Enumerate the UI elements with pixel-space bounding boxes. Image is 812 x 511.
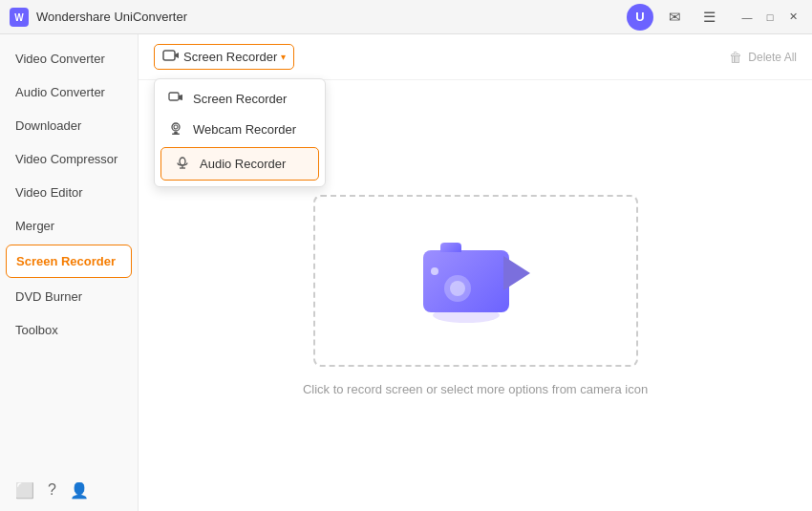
main-layout: Video Converter Audio Converter Download… <box>0 34 812 511</box>
camera-lens-inner <box>450 281 465 296</box>
account-icon[interactable]: 👤 <box>70 481 89 500</box>
help-icon[interactable]: ? <box>48 481 56 500</box>
toolbar: Screen Recorder ▾ 🗑 Delete All <box>139 34 812 80</box>
user-avatar-icon[interactable]: U <box>627 4 653 31</box>
content-area: Screen Recorder ▾ 🗑 Delete All Screen Re… <box>139 34 812 511</box>
center-hint-text: Click to record screen or select more op… <box>303 382 648 396</box>
app-logo: W <box>10 8 29 27</box>
record-drop-zone[interactable] <box>313 195 638 367</box>
svg-rect-9 <box>172 134 180 136</box>
sidebar-item-video-editor[interactable]: Video Editor <box>0 176 138 209</box>
camera-triangle <box>503 256 530 290</box>
audio-recorder-icon <box>175 156 190 172</box>
sidebar: Video Converter Audio Converter Download… <box>0 34 139 511</box>
sidebar-item-video-compressor[interactable]: Video Compressor <box>0 142 138 176</box>
svg-point-6 <box>172 123 180 131</box>
recorder-dropdown-button[interactable]: Screen Recorder ▾ <box>154 44 294 70</box>
dropdown-item-audio-recorder-label: Audio Recorder <box>200 157 286 171</box>
sidebar-item-screen-recorder[interactable]: Screen Recorder <box>6 245 132 278</box>
maximize-button[interactable]: □ <box>760 8 780 27</box>
email-icon[interactable]: ✉ <box>661 4 688 31</box>
camera-notch <box>440 243 461 252</box>
dropdown-item-audio-recorder[interactable]: Audio Recorder <box>160 147 319 181</box>
menu-icon[interactable]: ☰ <box>695 4 722 31</box>
delete-icon: 🗑 <box>729 50 742 65</box>
svg-text:W: W <box>14 12 24 23</box>
svg-rect-2 <box>163 51 175 60</box>
delete-all-button[interactable]: Delete All <box>748 51 797 64</box>
app-title: Wondershare UniConverter <box>36 10 627 24</box>
recorder-button-label: Screen Recorder <box>183 50 277 64</box>
camera-illustration <box>423 243 528 319</box>
close-button[interactable]: ✕ <box>783 8 802 27</box>
title-bar-controls: U ✉ ☰ — □ ✕ <box>627 4 802 31</box>
title-bar: W Wondershare UniConverter U ✉ ☰ — □ ✕ <box>0 0 812 34</box>
window-controls: — □ ✕ <box>737 8 802 27</box>
dropdown-item-screen-recorder[interactable]: Screen Recorder <box>155 83 325 114</box>
sidebar-bottom: ⬜ ? 👤 <box>0 470 138 511</box>
camera-body <box>423 250 509 312</box>
toolbar-right: 🗑 Delete All <box>729 50 797 65</box>
screen-recorder-icon <box>168 91 183 106</box>
minimize-button[interactable]: — <box>737 8 757 27</box>
dropdown-item-webcam-recorder[interactable]: Webcam Recorder <box>155 114 325 145</box>
sidebar-item-audio-converter[interactable]: Audio Converter <box>0 75 138 109</box>
camera-lens <box>444 275 471 302</box>
svg-marker-5 <box>179 95 182 100</box>
sidebar-item-downloader[interactable]: Downloader <box>0 109 138 142</box>
sidebar-item-video-converter[interactable]: Video Converter <box>0 42 138 75</box>
dropdown-menu: Screen Recorder Webcam Recorder <box>154 78 326 187</box>
sidebar-item-merger[interactable]: Merger <box>0 209 138 243</box>
svg-rect-4 <box>169 93 179 100</box>
svg-point-7 <box>174 125 178 129</box>
sidebar-item-toolbox[interactable]: Toolbox <box>0 313 138 347</box>
camera-dot <box>431 267 438 275</box>
dropdown-arrow-icon: ▾ <box>281 52 286 62</box>
dropdown-item-webcam-recorder-label: Webcam Recorder <box>193 122 296 137</box>
webcam-recorder-icon <box>168 121 183 138</box>
sidebar-item-dvd-burner[interactable]: DVD Burner <box>0 280 138 313</box>
dropdown-item-screen-recorder-label: Screen Recorder <box>193 92 287 106</box>
svg-point-10 <box>180 158 185 165</box>
keyboard-shortcuts-icon[interactable]: ⬜ <box>15 481 34 500</box>
recorder-button-icon <box>162 49 180 65</box>
